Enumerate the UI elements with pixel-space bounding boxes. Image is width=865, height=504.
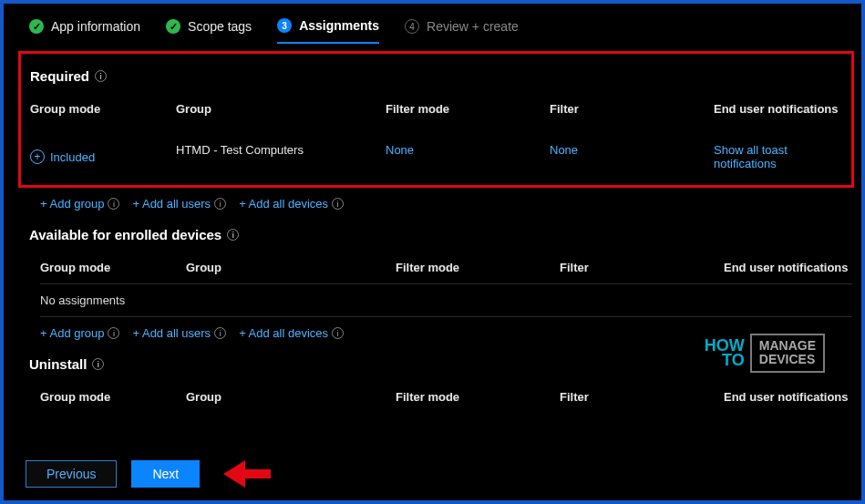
step-scope-tags[interactable]: ✓ Scope tags	[166, 19, 252, 34]
col-filter: Filter	[560, 253, 715, 283]
uninstall-title: Uninstall	[29, 356, 87, 372]
footer-buttons: Previous Next	[26, 460, 271, 488]
step-label: Scope tags	[188, 19, 252, 34]
info-icon[interactable]: i	[214, 198, 226, 210]
info-icon[interactable]: i	[214, 327, 226, 339]
check-icon: ✓	[29, 19, 44, 34]
col-group: Group	[176, 95, 376, 125]
step-review-create[interactable]: 4 Review + create	[405, 19, 519, 34]
step-number-icon: 3	[277, 18, 292, 33]
step-assignments[interactable]: 3 Assignments	[277, 18, 379, 44]
info-icon[interactable]: i	[332, 327, 344, 339]
filter-cell[interactable]: None	[550, 134, 705, 180]
step-label: Review + create	[427, 19, 519, 34]
available-header: Available for enrolled devices i	[29, 227, 852, 242]
group-cell: HTMD - Test Computers	[176, 134, 376, 180]
col-group-mode: Group mode	[40, 383, 177, 413]
required-title: Required	[30, 68, 89, 84]
col-filter: Filter	[550, 95, 705, 125]
wizard-steps: ✓ App information ✓ Scope tags 3 Assignm…	[29, 18, 852, 35]
col-filter-mode: Filter mode	[386, 95, 541, 125]
add-group-link[interactable]: + Add group i	[40, 326, 119, 340]
col-group: Group	[186, 253, 386, 283]
required-highlight: Required i Group mode Group Filter mode …	[18, 51, 854, 188]
col-filter: Filter	[560, 383, 715, 413]
previous-button[interactable]: Previous	[26, 460, 117, 488]
watermark-howto: HOW TO	[705, 338, 745, 367]
info-icon[interactable]: i	[92, 358, 104, 370]
required-table: Group mode Group Filter mode Filter End …	[30, 95, 842, 180]
plus-circle-icon: +	[30, 149, 45, 164]
uninstall-table: Group mode Group Filter mode Filter End …	[40, 383, 852, 413]
add-all-users-link[interactable]: + Add all users i	[132, 326, 226, 340]
add-all-users-link[interactable]: + Add all users i	[132, 197, 226, 211]
group-mode-value: Included	[50, 150, 95, 164]
watermark-box: MANAGE DEVICES	[750, 334, 825, 373]
end-user-cell[interactable]: Show all toast notifications	[714, 134, 842, 180]
add-all-devices-link[interactable]: + Add all devices i	[239, 197, 344, 211]
col-filter-mode: Filter mode	[396, 383, 551, 413]
col-group: Group	[186, 383, 386, 413]
group-mode-cell[interactable]: + Included	[30, 134, 167, 180]
add-all-devices-link[interactable]: + Add all devices i	[239, 326, 344, 340]
arrow-annotation-icon	[223, 462, 271, 486]
required-header: Required i	[30, 68, 842, 84]
available-title: Available for enrolled devices	[29, 227, 221, 242]
col-group-mode: Group mode	[30, 95, 167, 125]
available-table: Group mode Group Filter mode Filter End …	[40, 253, 852, 283]
add-group-link[interactable]: + Add group i	[40, 197, 119, 211]
info-icon[interactable]: i	[332, 198, 344, 210]
step-label: Assignments	[299, 18, 379, 33]
step-app-information[interactable]: ✓ App information	[29, 19, 140, 34]
col-filter-mode: Filter mode	[396, 253, 551, 283]
check-icon: ✓	[166, 19, 180, 34]
col-end-user: End user notifications	[714, 95, 842, 125]
next-button[interactable]: Next	[131, 460, 200, 488]
watermark: HOW TO MANAGE DEVICES	[705, 334, 825, 373]
required-add-links: + Add group i + Add all users i + Add al…	[40, 197, 852, 211]
filter-mode-cell[interactable]: None	[386, 134, 541, 180]
no-assignments-row: No assignments	[40, 283, 852, 317]
step-number-icon: 4	[405, 19, 419, 34]
info-icon[interactable]: i	[95, 70, 107, 82]
info-icon[interactable]: i	[108, 327, 119, 339]
col-end-user: End user notifications	[724, 253, 852, 283]
step-label: App information	[51, 19, 140, 34]
info-icon[interactable]: i	[227, 229, 239, 241]
info-icon[interactable]: i	[108, 198, 119, 210]
col-end-user: End user notifications	[724, 383, 852, 413]
col-group-mode: Group mode	[40, 253, 177, 283]
